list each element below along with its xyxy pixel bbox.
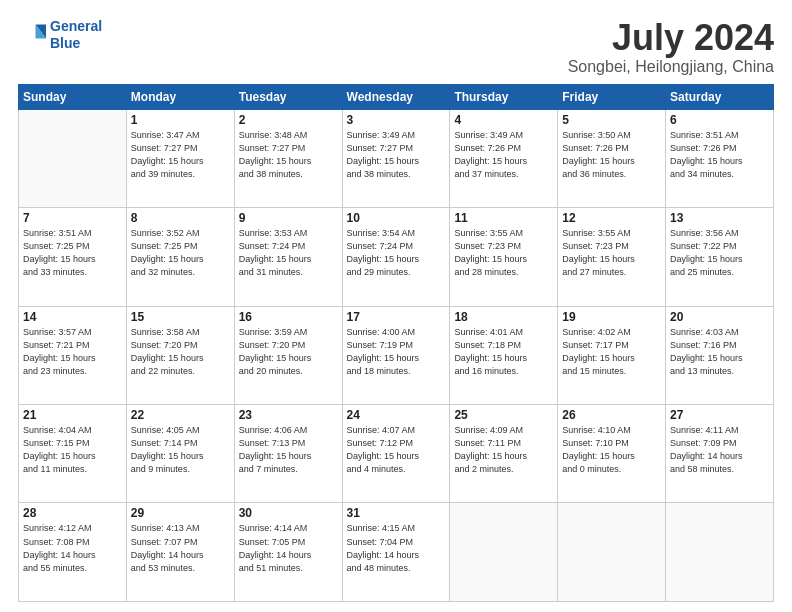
day-info: Sunrise: 3:52 AMSunset: 7:25 PMDaylight:… bbox=[131, 227, 230, 279]
day-number: 24 bbox=[347, 408, 446, 422]
calendar-cell: 4Sunrise: 3:49 AMSunset: 7:26 PMDaylight… bbox=[450, 109, 558, 207]
calendar-cell: 14Sunrise: 3:57 AMSunset: 7:21 PMDayligh… bbox=[19, 306, 127, 404]
day-number: 17 bbox=[347, 310, 446, 324]
day-info: Sunrise: 4:10 AMSunset: 7:10 PMDaylight:… bbox=[562, 424, 661, 476]
day-number: 6 bbox=[670, 113, 769, 127]
day-info: Sunrise: 4:03 AMSunset: 7:16 PMDaylight:… bbox=[670, 326, 769, 378]
calendar-cell: 31Sunrise: 4:15 AMSunset: 7:04 PMDayligh… bbox=[342, 503, 450, 602]
day-info: Sunrise: 3:49 AMSunset: 7:26 PMDaylight:… bbox=[454, 129, 553, 181]
calendar-cell: 2Sunrise: 3:48 AMSunset: 7:27 PMDaylight… bbox=[234, 109, 342, 207]
day-number: 3 bbox=[347, 113, 446, 127]
title-block: July 2024 Songbei, Heilongjiang, China bbox=[568, 18, 774, 76]
day-number: 23 bbox=[239, 408, 338, 422]
logo-icon bbox=[18, 21, 46, 49]
day-info: Sunrise: 3:54 AMSunset: 7:24 PMDaylight:… bbox=[347, 227, 446, 279]
weekday-header: Saturday bbox=[666, 84, 774, 109]
page-title: July 2024 bbox=[568, 18, 774, 58]
day-info: Sunrise: 4:04 AMSunset: 7:15 PMDaylight:… bbox=[23, 424, 122, 476]
calendar-cell: 22Sunrise: 4:05 AMSunset: 7:14 PMDayligh… bbox=[126, 405, 234, 503]
day-info: Sunrise: 4:06 AMSunset: 7:13 PMDaylight:… bbox=[239, 424, 338, 476]
day-number: 29 bbox=[131, 506, 230, 520]
calendar-cell: 11Sunrise: 3:55 AMSunset: 7:23 PMDayligh… bbox=[450, 208, 558, 306]
day-number: 26 bbox=[562, 408, 661, 422]
day-info: Sunrise: 4:13 AMSunset: 7:07 PMDaylight:… bbox=[131, 522, 230, 574]
day-number: 11 bbox=[454, 211, 553, 225]
page: General Blue July 2024 Songbei, Heilongj… bbox=[0, 0, 792, 612]
logo-blue: Blue bbox=[50, 35, 80, 51]
day-number: 9 bbox=[239, 211, 338, 225]
day-number: 1 bbox=[131, 113, 230, 127]
day-number: 30 bbox=[239, 506, 338, 520]
calendar-cell: 10Sunrise: 3:54 AMSunset: 7:24 PMDayligh… bbox=[342, 208, 450, 306]
day-number: 16 bbox=[239, 310, 338, 324]
day-number: 8 bbox=[131, 211, 230, 225]
header: General Blue July 2024 Songbei, Heilongj… bbox=[18, 18, 774, 76]
calendar-table: SundayMondayTuesdayWednesdayThursdayFrid… bbox=[18, 84, 774, 602]
day-number: 21 bbox=[23, 408, 122, 422]
calendar-cell bbox=[19, 109, 127, 207]
day-info: Sunrise: 4:01 AMSunset: 7:18 PMDaylight:… bbox=[454, 326, 553, 378]
day-number: 5 bbox=[562, 113, 661, 127]
calendar-cell: 25Sunrise: 4:09 AMSunset: 7:11 PMDayligh… bbox=[450, 405, 558, 503]
day-number: 19 bbox=[562, 310, 661, 324]
day-info: Sunrise: 4:15 AMSunset: 7:04 PMDaylight:… bbox=[347, 522, 446, 574]
calendar-week-row: 7Sunrise: 3:51 AMSunset: 7:25 PMDaylight… bbox=[19, 208, 774, 306]
calendar-cell: 24Sunrise: 4:07 AMSunset: 7:12 PMDayligh… bbox=[342, 405, 450, 503]
calendar-week-row: 21Sunrise: 4:04 AMSunset: 7:15 PMDayligh… bbox=[19, 405, 774, 503]
day-info: Sunrise: 4:05 AMSunset: 7:14 PMDaylight:… bbox=[131, 424, 230, 476]
day-info: Sunrise: 3:58 AMSunset: 7:20 PMDaylight:… bbox=[131, 326, 230, 378]
calendar-cell: 13Sunrise: 3:56 AMSunset: 7:22 PMDayligh… bbox=[666, 208, 774, 306]
day-number: 4 bbox=[454, 113, 553, 127]
calendar-cell: 18Sunrise: 4:01 AMSunset: 7:18 PMDayligh… bbox=[450, 306, 558, 404]
day-number: 22 bbox=[131, 408, 230, 422]
day-info: Sunrise: 3:59 AMSunset: 7:20 PMDaylight:… bbox=[239, 326, 338, 378]
weekday-header: Friday bbox=[558, 84, 666, 109]
logo-general: General bbox=[50, 18, 102, 34]
calendar-cell bbox=[450, 503, 558, 602]
weekday-header: Tuesday bbox=[234, 84, 342, 109]
day-info: Sunrise: 3:49 AMSunset: 7:27 PMDaylight:… bbox=[347, 129, 446, 181]
page-subtitle: Songbei, Heilongjiang, China bbox=[568, 58, 774, 76]
day-number: 13 bbox=[670, 211, 769, 225]
day-number: 14 bbox=[23, 310, 122, 324]
calendar-cell bbox=[666, 503, 774, 602]
calendar-cell: 21Sunrise: 4:04 AMSunset: 7:15 PMDayligh… bbox=[19, 405, 127, 503]
day-info: Sunrise: 4:12 AMSunset: 7:08 PMDaylight:… bbox=[23, 522, 122, 574]
day-info: Sunrise: 3:56 AMSunset: 7:22 PMDaylight:… bbox=[670, 227, 769, 279]
day-info: Sunrise: 4:09 AMSunset: 7:11 PMDaylight:… bbox=[454, 424, 553, 476]
day-info: Sunrise: 3:51 AMSunset: 7:26 PMDaylight:… bbox=[670, 129, 769, 181]
weekday-header: Monday bbox=[126, 84, 234, 109]
day-info: Sunrise: 3:53 AMSunset: 7:24 PMDaylight:… bbox=[239, 227, 338, 279]
day-info: Sunrise: 3:55 AMSunset: 7:23 PMDaylight:… bbox=[454, 227, 553, 279]
weekday-header: Sunday bbox=[19, 84, 127, 109]
calendar-cell: 9Sunrise: 3:53 AMSunset: 7:24 PMDaylight… bbox=[234, 208, 342, 306]
day-number: 7 bbox=[23, 211, 122, 225]
logo-text: General Blue bbox=[50, 18, 102, 52]
day-info: Sunrise: 4:02 AMSunset: 7:17 PMDaylight:… bbox=[562, 326, 661, 378]
calendar-cell: 8Sunrise: 3:52 AMSunset: 7:25 PMDaylight… bbox=[126, 208, 234, 306]
calendar-cell: 15Sunrise: 3:58 AMSunset: 7:20 PMDayligh… bbox=[126, 306, 234, 404]
day-number: 12 bbox=[562, 211, 661, 225]
calendar-cell: 7Sunrise: 3:51 AMSunset: 7:25 PMDaylight… bbox=[19, 208, 127, 306]
day-number: 28 bbox=[23, 506, 122, 520]
calendar-cell: 12Sunrise: 3:55 AMSunset: 7:23 PMDayligh… bbox=[558, 208, 666, 306]
day-info: Sunrise: 4:11 AMSunset: 7:09 PMDaylight:… bbox=[670, 424, 769, 476]
calendar-cell: 16Sunrise: 3:59 AMSunset: 7:20 PMDayligh… bbox=[234, 306, 342, 404]
calendar-cell: 29Sunrise: 4:13 AMSunset: 7:07 PMDayligh… bbox=[126, 503, 234, 602]
day-number: 20 bbox=[670, 310, 769, 324]
calendar-cell: 26Sunrise: 4:10 AMSunset: 7:10 PMDayligh… bbox=[558, 405, 666, 503]
day-info: Sunrise: 4:07 AMSunset: 7:12 PMDaylight:… bbox=[347, 424, 446, 476]
day-info: Sunrise: 3:55 AMSunset: 7:23 PMDaylight:… bbox=[562, 227, 661, 279]
calendar-header-row: SundayMondayTuesdayWednesdayThursdayFrid… bbox=[19, 84, 774, 109]
day-number: 10 bbox=[347, 211, 446, 225]
day-number: 18 bbox=[454, 310, 553, 324]
calendar-cell: 17Sunrise: 4:00 AMSunset: 7:19 PMDayligh… bbox=[342, 306, 450, 404]
calendar-cell bbox=[558, 503, 666, 602]
day-number: 2 bbox=[239, 113, 338, 127]
calendar-week-row: 14Sunrise: 3:57 AMSunset: 7:21 PMDayligh… bbox=[19, 306, 774, 404]
calendar-cell: 27Sunrise: 4:11 AMSunset: 7:09 PMDayligh… bbox=[666, 405, 774, 503]
calendar-week-row: 1Sunrise: 3:47 AMSunset: 7:27 PMDaylight… bbox=[19, 109, 774, 207]
day-info: Sunrise: 4:14 AMSunset: 7:05 PMDaylight:… bbox=[239, 522, 338, 574]
day-number: 25 bbox=[454, 408, 553, 422]
calendar-cell: 19Sunrise: 4:02 AMSunset: 7:17 PMDayligh… bbox=[558, 306, 666, 404]
